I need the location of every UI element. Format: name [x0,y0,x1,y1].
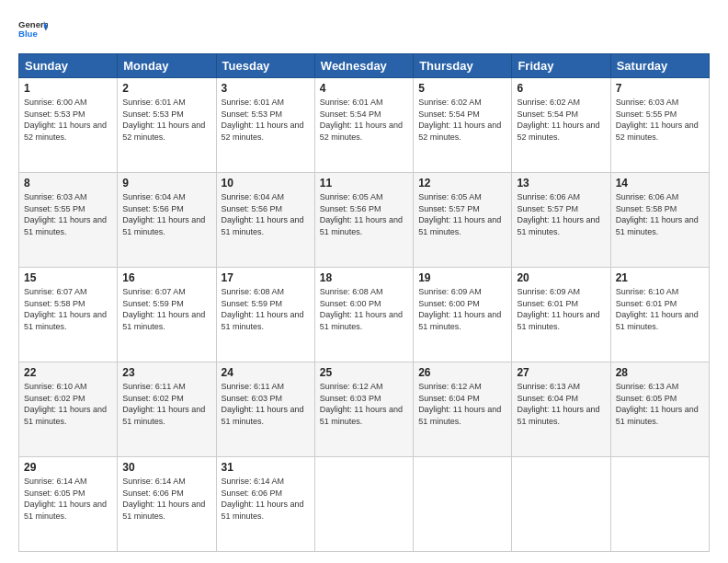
calendar-cell: 13Sunrise: 6:06 AMSunset: 5:57 PMDayligh… [512,173,610,268]
day-number: 30 [122,461,210,474]
day-info: Sunrise: 6:02 AMSunset: 5:54 PMDaylight:… [418,98,501,142]
day-info: Sunrise: 6:11 AMSunset: 6:02 PMDaylight:… [122,382,205,426]
calendar-cell: 26Sunrise: 6:12 AMSunset: 6:04 PMDayligh… [414,362,512,457]
day-info: Sunrise: 6:03 AMSunset: 5:55 PMDaylight:… [616,98,699,142]
day-number: 4 [320,82,408,95]
day-number: 3 [222,82,310,95]
calendar-cell [314,457,413,552]
day-number: 11 [320,177,408,190]
calendar-cell: 16Sunrise: 6:07 AMSunset: 5:59 PMDayligh… [118,268,216,362]
calendar-cell: 4Sunrise: 6:01 AMSunset: 5:54 PMDaylight… [314,78,413,173]
day-info: Sunrise: 6:01 AMSunset: 5:53 PMDaylight:… [122,98,205,142]
calendar-table: SundayMondayTuesdayWednesdayThursdayFrid… [18,53,710,552]
calendar-cell: 14Sunrise: 6:06 AMSunset: 5:58 PMDayligh… [610,173,709,268]
day-number: 10 [222,177,310,190]
day-header-tuesday: Tuesday [216,54,314,78]
calendar-cell: 3Sunrise: 6:01 AMSunset: 5:53 PMDaylight… [216,78,314,173]
calendar-cell: 31Sunrise: 6:14 AMSunset: 6:06 PMDayligh… [216,457,314,552]
calendar-cell: 5Sunrise: 6:02 AMSunset: 5:54 PMDaylight… [414,78,512,173]
calendar-cell: 11Sunrise: 6:05 AMSunset: 5:56 PMDayligh… [314,173,413,268]
day-info: Sunrise: 6:06 AMSunset: 5:57 PMDaylight:… [517,192,599,236]
day-info: Sunrise: 6:11 AMSunset: 6:03 PMDaylight:… [222,382,304,426]
calendar-cell: 2Sunrise: 6:01 AMSunset: 5:53 PMDaylight… [118,78,216,173]
day-number: 26 [418,366,506,379]
calendar-cell: 12Sunrise: 6:05 AMSunset: 5:57 PMDayligh… [414,173,512,268]
page-header: General Blue [18,15,710,44]
day-number: 25 [320,366,408,379]
calendar-cell: 28Sunrise: 6:13 AMSunset: 6:05 PMDayligh… [610,362,709,457]
day-number: 28 [616,366,704,379]
day-info: Sunrise: 6:14 AMSunset: 6:06 PMDaylight:… [222,477,304,521]
day-number: 6 [517,82,605,95]
calendar-cell: 7Sunrise: 6:03 AMSunset: 5:55 PMDaylight… [610,78,709,173]
calendar-cell: 30Sunrise: 6:14 AMSunset: 6:06 PMDayligh… [118,457,216,552]
calendar-cell: 17Sunrise: 6:08 AMSunset: 5:59 PMDayligh… [216,268,314,362]
calendar-cell [512,457,610,552]
calendar-cell: 1Sunrise: 6:00 AMSunset: 5:53 PMDaylight… [19,78,118,173]
day-number: 9 [122,177,210,190]
day-number: 13 [517,177,605,190]
day-number: 16 [122,271,210,284]
calendar-cell: 21Sunrise: 6:10 AMSunset: 6:01 PMDayligh… [610,268,709,362]
day-info: Sunrise: 6:01 AMSunset: 5:53 PMDaylight:… [222,98,304,142]
day-info: Sunrise: 6:07 AMSunset: 5:59 PMDaylight:… [122,287,205,331]
day-info: Sunrise: 6:13 AMSunset: 6:05 PMDaylight:… [616,382,699,426]
day-number: 21 [616,271,704,284]
calendar-cell: 19Sunrise: 6:09 AMSunset: 6:00 PMDayligh… [414,268,512,362]
calendar-cell: 27Sunrise: 6:13 AMSunset: 6:04 PMDayligh… [512,362,610,457]
day-info: Sunrise: 6:09 AMSunset: 6:01 PMDaylight:… [517,287,599,331]
day-number: 19 [418,271,506,284]
day-info: Sunrise: 6:13 AMSunset: 6:04 PMDaylight:… [517,382,599,426]
day-number: 31 [222,461,310,474]
day-number: 5 [418,82,506,95]
calendar-cell [414,457,512,552]
day-info: Sunrise: 6:07 AMSunset: 5:58 PMDaylight:… [24,287,107,331]
day-info: Sunrise: 6:05 AMSunset: 5:57 PMDaylight:… [418,192,501,236]
day-info: Sunrise: 6:12 AMSunset: 6:03 PMDaylight:… [320,382,403,426]
day-number: 18 [320,271,408,284]
day-number: 7 [616,82,704,95]
day-number: 24 [222,366,310,379]
calendar-cell: 15Sunrise: 6:07 AMSunset: 5:58 PMDayligh… [19,268,118,362]
day-info: Sunrise: 6:02 AMSunset: 5:54 PMDaylight:… [517,98,599,142]
calendar-cell [610,457,709,552]
day-header-friday: Friday [512,54,610,78]
day-info: Sunrise: 6:01 AMSunset: 5:54 PMDaylight:… [320,98,403,142]
day-info: Sunrise: 6:03 AMSunset: 5:55 PMDaylight:… [24,192,107,236]
calendar-cell: 23Sunrise: 6:11 AMSunset: 6:02 PMDayligh… [118,362,216,457]
day-info: Sunrise: 6:04 AMSunset: 5:56 PMDaylight:… [222,192,304,236]
calendar-cell: 20Sunrise: 6:09 AMSunset: 6:01 PMDayligh… [512,268,610,362]
day-header-wednesday: Wednesday [314,54,413,78]
day-number: 2 [122,82,210,95]
day-header-sunday: Sunday [19,54,118,78]
day-info: Sunrise: 6:14 AMSunset: 6:05 PMDaylight:… [24,477,107,521]
day-info: Sunrise: 6:10 AMSunset: 6:02 PMDaylight:… [24,382,107,426]
day-number: 14 [616,177,704,190]
day-info: Sunrise: 6:09 AMSunset: 6:00 PMDaylight:… [418,287,501,331]
day-number: 12 [418,177,506,190]
day-header-monday: Monday [118,54,216,78]
day-info: Sunrise: 6:10 AMSunset: 6:01 PMDaylight:… [616,287,699,331]
calendar-cell: 8Sunrise: 6:03 AMSunset: 5:55 PMDaylight… [19,173,118,268]
day-number: 8 [24,177,112,190]
day-number: 1 [24,82,112,95]
calendar-cell: 24Sunrise: 6:11 AMSunset: 6:03 PMDayligh… [216,362,314,457]
svg-text:Blue: Blue [18,29,38,39]
calendar-cell: 18Sunrise: 6:08 AMSunset: 6:00 PMDayligh… [314,268,413,362]
day-info: Sunrise: 6:06 AMSunset: 5:58 PMDaylight:… [616,192,699,236]
calendar-cell: 29Sunrise: 6:14 AMSunset: 6:05 PMDayligh… [19,457,118,552]
day-number: 22 [24,366,112,379]
day-number: 17 [222,271,310,284]
day-info: Sunrise: 6:00 AMSunset: 5:53 PMDaylight:… [24,98,107,142]
day-header-thursday: Thursday [414,54,512,78]
calendar-cell: 9Sunrise: 6:04 AMSunset: 5:56 PMDaylight… [118,173,216,268]
day-info: Sunrise: 6:05 AMSunset: 5:56 PMDaylight:… [320,192,403,236]
calendar-cell: 10Sunrise: 6:04 AMSunset: 5:56 PMDayligh… [216,173,314,268]
day-number: 27 [517,366,605,379]
day-info: Sunrise: 6:08 AMSunset: 5:59 PMDaylight:… [222,287,304,331]
day-info: Sunrise: 6:08 AMSunset: 6:00 PMDaylight:… [320,287,403,331]
logo: General Blue [18,15,48,44]
day-number: 20 [517,271,605,284]
day-number: 23 [122,366,210,379]
calendar-cell: 22Sunrise: 6:10 AMSunset: 6:02 PMDayligh… [19,362,118,457]
